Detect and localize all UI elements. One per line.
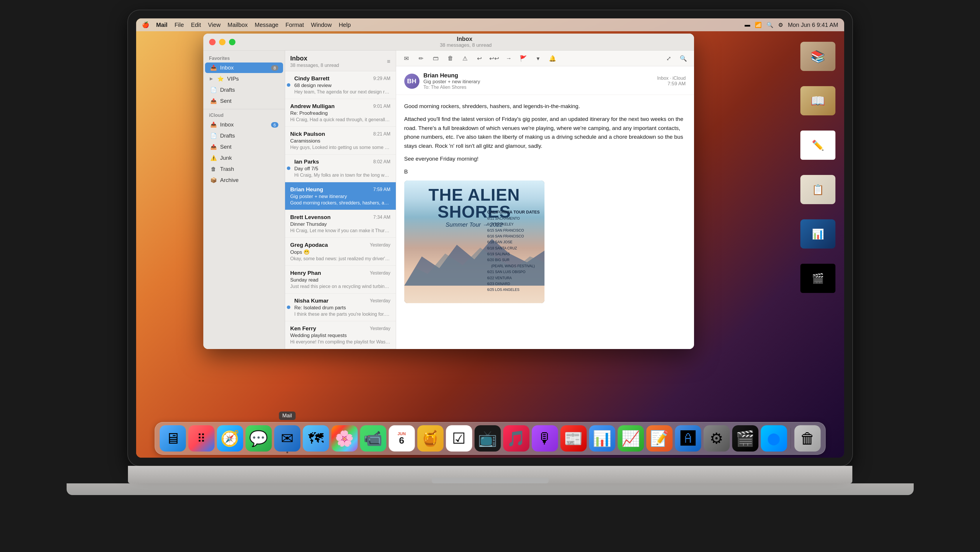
msg-sender: Brett Levenson bbox=[290, 214, 331, 221]
message-item-ian[interactable]: Ian Parks 8:02 AM Day off 7/5 Hi Craig, … bbox=[285, 154, 396, 182]
menubar-window[interactable]: Window bbox=[311, 22, 332, 28]
forward-button[interactable]: → bbox=[503, 53, 515, 64]
sidebar-item-sent-fav[interactable]: 📤 Sent bbox=[205, 96, 283, 106]
dock-item-appstore[interactable]: 🅰 bbox=[675, 425, 701, 452]
message-item-greg[interactable]: Greg Apodaca Yesterday Oops 😬 Okay, some… bbox=[285, 238, 396, 266]
dock-item-numbers[interactable]: 📈 bbox=[617, 425, 644, 452]
new-mail-button[interactable]: ✉ bbox=[401, 53, 412, 64]
msg-subject: Re: Isolated drum parts bbox=[294, 305, 391, 311]
notification-button[interactable]: 🔔 bbox=[547, 53, 558, 64]
message-item-brett[interactable]: Brett Levenson 7:34 AM Dinner Thursday H… bbox=[285, 210, 396, 238]
close-button[interactable] bbox=[209, 39, 216, 45]
flag-dropdown-button[interactable]: ▾ bbox=[532, 53, 544, 64]
apple-menu[interactable]: 🍎 bbox=[142, 21, 149, 28]
sidebar-sent-label: Sent bbox=[220, 98, 232, 104]
sidebar-item-trash[interactable]: 🗑 Trash bbox=[205, 164, 283, 174]
screen: 🍎 Mail File Edit View Mailbox Message Fo… bbox=[136, 18, 844, 458]
sidebar-item-inbox-favorites[interactable]: 📥 Inbox 8 bbox=[205, 62, 283, 73]
dock-item-finalcut[interactable]: 🎬 bbox=[732, 425, 758, 452]
message-item-nick[interactable]: Nick Paulson 8:21 AM Caramissions Hey gu… bbox=[285, 127, 396, 154]
msg-subject: Re: Proofreading bbox=[290, 110, 391, 116]
dock-item-safari[interactable]: 🧭 bbox=[217, 425, 243, 452]
message-item-cindy[interactable]: Cindy Barrett 9:29 AM 68 design review H… bbox=[285, 71, 396, 99]
desktop-icon-6[interactable]: 🎬 bbox=[797, 258, 838, 299]
dock-item-music[interactable]: 🎵 bbox=[503, 425, 529, 452]
dock-item-calendar[interactable]: JUN 6 bbox=[388, 425, 415, 452]
sidebar-item-sent-icloud[interactable]: 📤 Sent bbox=[205, 142, 283, 152]
compose-button[interactable]: ✏ bbox=[415, 53, 427, 64]
desktop-icon-3[interactable]: ✏️ bbox=[797, 125, 838, 165]
menubar-edit[interactable]: Edit bbox=[191, 22, 201, 28]
message-item-nisha[interactable]: Nisha Kumar Yesterday Re: Isolated drum … bbox=[285, 294, 396, 321]
dock-item-screentime[interactable]: ⬤ bbox=[760, 425, 787, 452]
message-item-ken[interactable]: Ken Ferry Yesterday Wedding playlist req… bbox=[285, 321, 396, 349]
unread-dot bbox=[287, 305, 290, 309]
menubar-file[interactable]: File bbox=[174, 22, 184, 28]
dock-item-appletv[interactable]: 📺 bbox=[474, 425, 501, 452]
messages-icon: 💬 bbox=[249, 430, 268, 447]
msg-subject: Caramissions bbox=[290, 138, 391, 144]
message-item-brian[interactable]: Brian Heung 7:59 AM Gig poster + new iti… bbox=[285, 182, 396, 210]
menubar-format[interactable]: Format bbox=[285, 22, 304, 28]
menubar-left: 🍎 Mail File Edit View Mailbox Message Fo… bbox=[142, 21, 351, 28]
flag-button[interactable]: 🚩 bbox=[518, 53, 529, 64]
dock-container: 🖥 ⠿ 🧭 💬 ✉ Mail bbox=[154, 422, 826, 455]
msg-sender: Greg Apodaca bbox=[290, 242, 328, 248]
sidebar-item-vips[interactable]: ▶ ⭐ VIPs bbox=[205, 73, 283, 84]
attachment-container[interactable]: THE ALIEN SHORES Summer Tour → 2022 CALI… bbox=[404, 180, 544, 303]
dock-item-trash[interactable]: 🗑 bbox=[794, 425, 821, 452]
menubar-view[interactable]: View bbox=[208, 22, 221, 28]
delete-button[interactable]: 🗑 bbox=[445, 53, 456, 64]
archive-button[interactable]: 🗃 bbox=[430, 53, 442, 64]
minimize-button[interactable] bbox=[219, 39, 226, 45]
dock-item-news[interactable]: 📰 bbox=[560, 425, 587, 452]
dock-item-launchpad[interactable]: ⠿ bbox=[188, 425, 215, 452]
desktop-icon-4[interactable]: 📋 bbox=[797, 169, 838, 210]
dock-item-mail[interactable]: ✉ Mail bbox=[274, 425, 300, 452]
control-center-icon[interactable]: ⚙ bbox=[778, 22, 783, 28]
music-icon: 🎵 bbox=[507, 430, 526, 447]
sidebar-item-junk[interactable]: ⚠️ Junk bbox=[205, 153, 283, 163]
desktop-icon-1[interactable]: 📚 bbox=[797, 36, 838, 77]
msg-sender: Ken Ferry bbox=[290, 325, 317, 332]
message-item-andrew[interactable]: Andrew Mulligan 9:01 AM Re: Proofreading… bbox=[285, 99, 396, 127]
menubar-mailbox[interactable]: Mailbox bbox=[228, 22, 248, 28]
dock-item-photos[interactable]: 🌸 bbox=[331, 425, 358, 452]
reply-all-button[interactable]: ↩↩ bbox=[488, 53, 500, 64]
dock-item-keynote[interactable]: 📊 bbox=[589, 425, 615, 452]
sidebar-item-archive[interactable]: 📦 Archive bbox=[205, 175, 283, 186]
junk-button[interactable]: ⚠ bbox=[459, 53, 471, 64]
desktop-icon-5[interactable]: 📊 bbox=[797, 213, 838, 255]
menubar-message[interactable]: Message bbox=[255, 22, 278, 28]
reply-button[interactable]: ↩ bbox=[474, 53, 485, 64]
dock-item-facetime[interactable]: 📹 bbox=[360, 425, 386, 452]
dock-item-honey[interactable]: 🍯 bbox=[417, 425, 444, 452]
dock-item-finder[interactable]: 🖥 bbox=[159, 425, 186, 452]
menubar-app-name[interactable]: Mail bbox=[156, 22, 168, 28]
body-para-2: Attached you'll find the latest version … bbox=[404, 115, 686, 150]
poster-title-1: THE ALIEN bbox=[410, 186, 539, 203]
search-icon[interactable]: 🔍 bbox=[767, 22, 773, 28]
expand-button[interactable]: ⤢ bbox=[663, 53, 675, 64]
sidebar-item-drafts-fav[interactable]: 📄 Drafts bbox=[205, 85, 283, 95]
dock-item-podcasts[interactable]: 🎙 bbox=[531, 425, 558, 452]
maps-icon: 🗺 bbox=[308, 430, 323, 447]
dock-item-reminders[interactable]: ☑ bbox=[446, 425, 472, 452]
dock-item-maps[interactable]: 🗺 bbox=[302, 425, 329, 452]
dock-item-pages[interactable]: 📝 bbox=[646, 425, 672, 452]
message-list-count: 38 messages, 8 unread bbox=[290, 63, 339, 68]
menubar-help[interactable]: Help bbox=[339, 22, 351, 28]
sidebar-item-drafts-icloud[interactable]: 📄 Drafts bbox=[205, 130, 283, 141]
detail-body: Good morning rockers, shredders, hashers… bbox=[396, 95, 694, 349]
sidebar-item-inbox-icloud[interactable]: 📥 Inbox 6 bbox=[205, 119, 283, 130]
sort-icon[interactable]: ≡ bbox=[387, 58, 391, 65]
dock-item-messages[interactable]: 💬 bbox=[245, 425, 272, 452]
maximize-button[interactable] bbox=[229, 39, 235, 45]
msg-subject: 68 design review bbox=[294, 83, 391, 89]
msg-time: 8:02 AM bbox=[373, 159, 391, 164]
desktop-icon-2[interactable]: 📖 bbox=[797, 80, 838, 121]
message-item-henry[interactable]: Henry Phan Yesterday Sunday read Just re… bbox=[285, 266, 396, 294]
unread-dot bbox=[287, 83, 290, 87]
dock-item-sysprefs[interactable]: ⚙ bbox=[703, 425, 730, 452]
search-button[interactable]: 🔍 bbox=[678, 53, 689, 64]
